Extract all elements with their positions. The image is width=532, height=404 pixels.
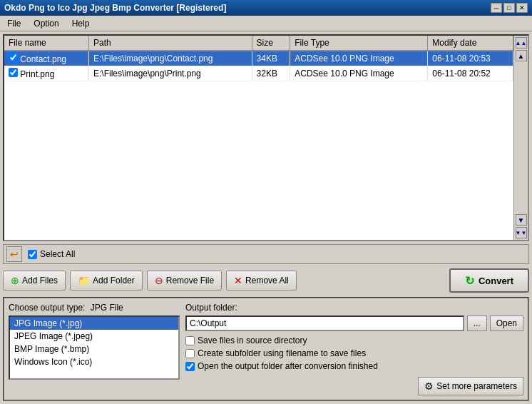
menu-file[interactable]: File	[4, 18, 24, 29]
table-row[interactable]: Contact.png E:\Files\image\png\Contact.p…	[4, 51, 513, 66]
convert-label: Convert	[479, 276, 513, 286]
output-folder-label: Output folder:	[185, 303, 523, 313]
table-row[interactable]: Print.png E:\Files\image\png\Print.png 3…	[4, 66, 513, 81]
add-folder-button[interactable]: 📁 Add Folder	[70, 271, 143, 291]
file-table-area: File name Path Size File Type Modify dat…	[4, 36, 513, 240]
main-content: File name Path Size File Type Modify dat…	[0, 31, 532, 404]
option-checkbox-row: Create subfolder using filename to save …	[185, 348, 523, 358]
scroll-area: ▲▲ ▲ ▼ ▼▼	[513, 36, 528, 240]
col-filename: File name	[4, 36, 89, 51]
menu-option[interactable]: Option	[31, 18, 61, 29]
col-path: Path	[89, 36, 252, 51]
add-files-label: Add Files	[22, 276, 58, 286]
open-folder-button[interactable]: Open	[490, 315, 523, 331]
row-checkbox[interactable]	[9, 53, 18, 62]
convert-button[interactable]: ↻ Convert	[449, 268, 529, 293]
col-modifydate: Modify date	[428, 36, 513, 51]
options-checkboxes: Save files in source directoryCreate sub…	[185, 335, 523, 371]
scroll-down-button[interactable]: ▼	[516, 214, 527, 226]
folder-row: ... Open	[185, 315, 523, 331]
scroll-top-button[interactable]: ▲▲	[516, 37, 527, 49]
action-buttons-row: ⊕ Add Files 📁 Add Folder ⊖ Remove File ✕…	[3, 267, 529, 294]
file-list-container: File name Path Size File Type Modify dat…	[3, 34, 529, 241]
remove-file-label: Remove File	[166, 276, 214, 286]
option-checkbox-1[interactable]	[185, 349, 195, 358]
output-type-label: Choose output type: JPG File	[9, 303, 180, 313]
output-folder-section: Output folder: ... Open Save files in so…	[185, 303, 523, 395]
maximize-button[interactable]: □	[503, 3, 515, 13]
col-size: Size	[252, 36, 290, 51]
add-files-button[interactable]: ⊕ Add Files	[3, 271, 66, 291]
convert-icon: ↻	[465, 274, 474, 288]
option-checkbox-2[interactable]	[185, 362, 195, 371]
select-all-checkbox[interactable]	[28, 250, 37, 259]
params-label: Set more parameters	[436, 381, 517, 391]
gear-icon: ⚙	[424, 380, 434, 392]
select-all-text: Select All	[40, 249, 75, 259]
window-controls: ─ □ ✕	[491, 3, 528, 13]
remove-all-label: Remove All	[245, 276, 289, 286]
browse-button[interactable]: ...	[467, 315, 487, 331]
output-type-selected: JPG File	[91, 303, 123, 313]
bottom-panel: Choose output type: JPG File JPG Image (…	[3, 297, 529, 401]
file-table: File name Path Size File Type Modify dat…	[4, 36, 513, 81]
app-title: Okdo Png to Ico Jpg Jpeg Bmp Converter […	[4, 3, 226, 13]
option-checkbox-row: Open the output folder after conversion …	[185, 361, 523, 371]
remove-file-icon: ⊖	[155, 275, 163, 286]
set-params-button[interactable]: ⚙ Set more parameters	[418, 377, 523, 395]
col-filetype: File Type	[290, 36, 428, 51]
format-item[interactable]: BMP Image (*.bmp)	[10, 343, 178, 355]
menu-bar: File Option Help	[0, 16, 532, 31]
remove-all-button[interactable]: ✕ Remove All	[226, 271, 297, 291]
option-checkbox-row: Save files in source directory	[185, 335, 523, 345]
add-folder-icon: 📁	[78, 275, 90, 286]
back-button[interactable]: ↩	[6, 246, 22, 262]
remove-all-icon: ✕	[234, 275, 242, 286]
scroll-bottom-button[interactable]: ▼▼	[516, 227, 527, 238]
output-folder-input[interactable]	[185, 315, 464, 331]
option-checkbox-0[interactable]	[185, 336, 195, 345]
close-button[interactable]: ✕	[516, 3, 528, 13]
format-item[interactable]: Windows Icon (*.ico)	[10, 355, 178, 368]
row-checkbox[interactable]	[9, 68, 18, 77]
format-item[interactable]: JPG Image (*.jpg)	[10, 317, 178, 330]
output-type-section: Choose output type: JPG File JPG Image (…	[9, 303, 180, 395]
add-folder-label: Add Folder	[93, 276, 135, 286]
file-controls-bar: ↩ Select All	[3, 244, 529, 264]
remove-file-button[interactable]: ⊖ Remove File	[147, 271, 222, 291]
title-bar: Okdo Png to Ico Jpg Jpeg Bmp Converter […	[0, 0, 532, 16]
add-files-icon: ⊕	[11, 275, 19, 286]
format-list[interactable]: JPG Image (*.jpg)JPEG Image (*.jpeg)BMP …	[9, 315, 180, 380]
minimize-button[interactable]: ─	[491, 3, 502, 13]
scroll-up-button[interactable]: ▲	[516, 50, 527, 61]
select-all-label[interactable]: Select All	[28, 249, 75, 259]
format-item[interactable]: JPEG Image (*.jpeg)	[10, 330, 178, 343]
menu-help[interactable]: Help	[69, 18, 93, 29]
